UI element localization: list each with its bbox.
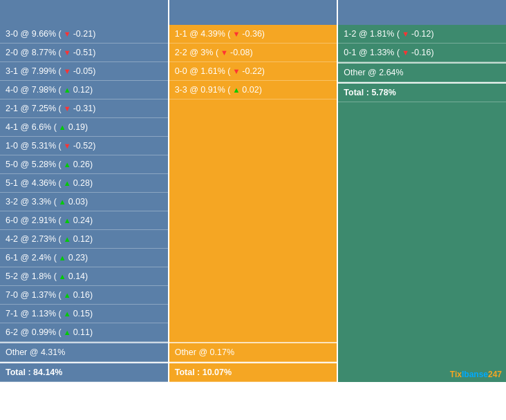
score-label: 3-2 @ 3.3% (	[6, 197, 57, 207]
arrow-down-icon: ▼	[402, 48, 409, 57]
other-row: Other @ 4.31%	[0, 342, 168, 362]
score-label: 0-0 @ 1.61% (	[175, 66, 231, 76]
delta-value: -0.51)	[73, 48, 96, 57]
arrow-up-icon: ▲	[59, 272, 66, 280]
header-row	[0, 0, 506, 25]
score-label: 4-0 @ 7.98% (	[6, 85, 62, 95]
total-row: Total : 5.78%	[338, 82, 506, 102]
table-row: 1-2 @ 1.81% (▼-0.12)	[338, 25, 506, 44]
delta-value: 0.02)	[242, 85, 262, 95]
table-row: 0-1 @ 1.33% (▼-0.16)	[338, 44, 506, 62]
table-row: 4-1 @ 6.6% (▲0.19)	[0, 118, 168, 137]
delta-value: 0.12)	[73, 234, 93, 244]
score-label: 0-1 @ 1.33% (	[344, 48, 400, 57]
table-row: 2-1 @ 7.25% (▼-0.31)	[0, 99, 168, 118]
score-label: 5-2 @ 1.8% (	[6, 271, 57, 281]
header-mc	[0, 0, 169, 25]
table-row: 7-1 @ 1.13% (▲0.15)	[0, 305, 168, 323]
table-row: 3-1 @ 7.99% (▼-0.05)	[0, 62, 168, 81]
delta-value: 0.24)	[73, 216, 93, 225]
arrow-up-icon: ▲	[64, 291, 71, 299]
table-row: 5-0 @ 5.28% (▲0.26)	[0, 155, 168, 174]
table-row: 3-2 @ 3.3% (▲0.03)	[0, 193, 168, 211]
other-row: Other @ 2.64%	[338, 62, 506, 82]
total-row: Total : 84.14%	[0, 362, 168, 382]
delta-value: -0.16)	[411, 48, 434, 57]
brand-text1: Tix	[450, 370, 462, 379]
score-label: 3-0 @ 9.66% (	[6, 29, 62, 39]
arrow-up-icon: ▲	[64, 235, 71, 243]
table-row: 5-2 @ 1.8% (▲0.14)	[0, 267, 168, 286]
col-draw: 1-1 @ 4.39% (▼-0.36)2-2 @ 3% (▼-0.08)0-0…	[169, 25, 339, 382]
delta-value: 0.16)	[73, 290, 93, 300]
table-row: 3-0 @ 9.66% (▼-0.21)	[0, 25, 168, 44]
delta-value: 0.19)	[68, 122, 88, 132]
score-label: 7-1 @ 1.13% (	[6, 309, 62, 318]
brand: TixIbanse247	[338, 367, 506, 382]
table-row: 1-1 @ 4.39% (▼-0.36)	[169, 25, 337, 44]
delta-value: 0.15)	[73, 309, 93, 318]
delta-value: 0.14)	[68, 271, 88, 281]
delta-value: 0.28)	[73, 178, 93, 188]
score-label: 7-0 @ 1.37% (	[6, 290, 62, 300]
arrow-down-icon: ▼	[64, 142, 71, 150]
arrow-down-icon: ▼	[402, 30, 409, 38]
arrow-up-icon: ▲	[59, 123, 66, 131]
delta-value: -0.52)	[73, 141, 96, 151]
total-row: Total : 10.07%	[169, 362, 337, 382]
score-label: 6-2 @ 0.99% (	[6, 327, 62, 337]
score-label: 5-1 @ 4.36% (	[6, 178, 62, 188]
table-row: 4-2 @ 2.73% (▲0.12)	[0, 230, 168, 249]
arrow-down-icon: ▼	[232, 67, 240, 75]
header-draw	[169, 0, 339, 25]
score-label: 1-2 @ 1.81% (	[344, 29, 400, 39]
table-row: 3-3 @ 0.91% (▲0.02)	[169, 81, 337, 99]
table-row: 2-2 @ 3% (▼-0.08)	[169, 44, 337, 62]
col-manchester-city: 3-0 @ 9.66% (▼-0.21)2-0 @ 8.77% (▼-0.51)…	[0, 25, 169, 382]
arrow-down-icon: ▼	[221, 48, 228, 57]
col-fulham: 1-2 @ 1.81% (▼-0.12)0-1 @ 1.33% (▼-0.16)…	[338, 25, 506, 382]
arrow-down-icon: ▼	[64, 30, 71, 38]
delta-value: -0.21)	[73, 29, 96, 39]
score-label: 6-1 @ 2.4% (	[6, 253, 57, 262]
table-row: 6-0 @ 2.91% (▲0.24)	[0, 211, 168, 230]
table-row: 6-2 @ 0.99% (▲0.11)	[0, 323, 168, 342]
score-label: 4-1 @ 6.6% (	[6, 122, 57, 132]
header-fulham	[338, 0, 506, 25]
score-label: 1-0 @ 5.31% (	[6, 141, 62, 151]
table-row: 5-1 @ 4.36% (▲0.28)	[0, 174, 168, 193]
arrow-up-icon: ▲	[64, 179, 71, 187]
score-label: 2-1 @ 7.25% (	[6, 104, 62, 113]
delta-value: -0.36)	[242, 29, 265, 39]
arrow-down-icon: ▼	[232, 30, 240, 38]
score-label: 2-0 @ 8.77% (	[6, 48, 62, 57]
delta-value: 0.11)	[73, 327, 93, 337]
delta-value: -0.31)	[73, 104, 96, 113]
arrow-up-icon: ▲	[64, 328, 71, 336]
delta-value: 0.03)	[68, 197, 88, 207]
score-label: 2-2 @ 3% (	[175, 48, 218, 57]
score-label: 6-0 @ 2.91% (	[6, 216, 62, 225]
brand-text3: 247	[488, 370, 502, 379]
delta-value: -0.22)	[242, 66, 265, 76]
score-label: 3-3 @ 0.91% (	[175, 85, 231, 95]
arrow-up-icon: ▲	[64, 216, 71, 225]
arrow-down-icon: ▼	[64, 104, 71, 113]
table-row: 1-0 @ 5.31% (▼-0.52)	[0, 137, 168, 155]
main-container: 3-0 @ 9.66% (▼-0.21)2-0 @ 8.77% (▼-0.51)…	[0, 0, 506, 382]
score-label: 4-2 @ 2.73% (	[6, 234, 62, 244]
arrow-up-icon: ▲	[59, 198, 66, 206]
arrow-up-icon: ▲	[64, 86, 71, 94]
arrow-up-icon: ▲	[64, 309, 71, 318]
arrow-up-icon: ▲	[64, 160, 71, 169]
arrow-up-icon: ▲	[232, 86, 240, 94]
arrow-up-icon: ▲	[59, 254, 66, 262]
arrow-down-icon: ▼	[64, 48, 71, 57]
table-row: 0-0 @ 1.61% (▼-0.22)	[169, 62, 337, 81]
arrow-down-icon: ▼	[64, 67, 71, 75]
table-row: 7-0 @ 1.37% (▲0.16)	[0, 286, 168, 305]
delta-value: -0.05)	[73, 66, 96, 76]
brand-text2: Ibanse	[462, 370, 488, 379]
delta-value: 0.23)	[68, 253, 88, 262]
score-label: 1-1 @ 4.39% (	[175, 29, 231, 39]
